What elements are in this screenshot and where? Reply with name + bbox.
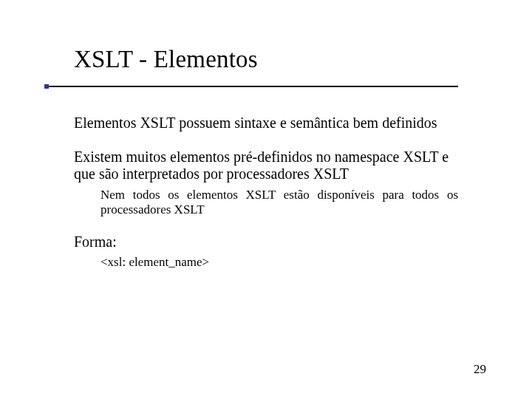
slide: XSLT - Elementos Elementos XSLT possuem … xyxy=(0,0,532,399)
paragraph-2-sub: Nem todos os elementos XSLT estão dispon… xyxy=(100,188,458,217)
paragraph-1: Elementos XSLT possuem sintaxe e semânti… xyxy=(74,115,458,132)
paragraph-3: Forma: xyxy=(74,233,458,251)
body-content: Elementos XSLT possuem sintaxe e semânti… xyxy=(74,115,458,287)
page-title: XSLT - Elementos xyxy=(74,46,258,73)
title-underline xyxy=(44,84,458,89)
horizontal-rule xyxy=(49,86,458,87)
paragraph-2: Existem muitos elementos pré-definidos n… xyxy=(74,149,458,183)
page-number: 29 xyxy=(474,362,486,377)
paragraph-3-sub: <xsl: element_name> xyxy=(100,255,458,270)
